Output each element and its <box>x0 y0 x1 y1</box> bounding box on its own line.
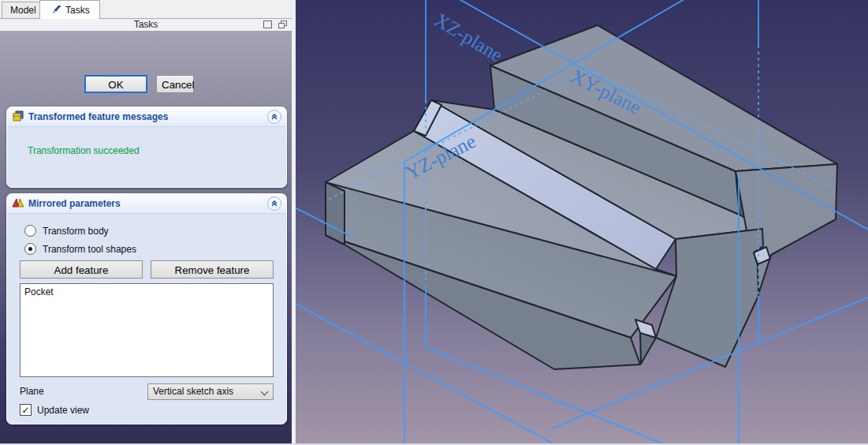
dock-float-icon[interactable] <box>278 21 287 28</box>
tab-tasks-label: Tasks <box>65 2 90 19</box>
radio-circle-icon <box>24 243 36 255</box>
checkbox-checked-icon[interactable]: ✓ <box>20 404 32 416</box>
chevron-down-icon <box>261 388 269 396</box>
cubes-icon <box>12 110 24 125</box>
collapse-chevron-icon[interactable] <box>267 196 281 211</box>
plane-combobox-value: Vertical sketch axis <box>153 386 233 397</box>
dock-title: Tasks <box>0 19 292 31</box>
plane-label: Plane <box>20 386 44 397</box>
radio-transform-tool-shapes-label: Transform tool shapes <box>43 244 136 255</box>
add-feature-button[interactable]: Add feature <box>20 260 143 279</box>
tasks-pen-icon <box>50 5 61 16</box>
cancel-button[interactable]: Cancel <box>156 75 194 93</box>
combo-view-tabbar: Model Tasks <box>0 0 292 19</box>
radio-transform-tool-shapes[interactable]: Transform tool shapes <box>24 243 136 255</box>
ok-button[interactable]: OK <box>84 75 147 93</box>
collapse-chevron-icon[interactable] <box>267 110 281 124</box>
mirrored-parameters-group: Mirrored parameters Transform body Trans… <box>6 193 287 424</box>
3d-scene: XZ-plane XY-plane YZ-plane <box>296 0 868 445</box>
radio-transform-body[interactable]: Transform body <box>24 225 109 237</box>
tab-model[interactable]: Model <box>2 2 41 18</box>
3d-viewport[interactable]: XZ-plane XY-plane YZ-plane <box>296 0 868 445</box>
mirrored-group-title: Mirrored parameters <box>28 198 121 209</box>
radio-transform-body-label: Transform body <box>43 226 109 237</box>
messages-group-title: Transformed feature messages <box>28 111 168 122</box>
messages-group-header[interactable]: Transformed feature messages <box>7 107 286 127</box>
combo-view-panel: Model Tasks Tasks OK Cancel <box>0 0 292 445</box>
feature-list[interactable]: Pocket <box>20 283 274 377</box>
mirrored-icon <box>12 196 24 211</box>
freecad-window: Model Tasks Tasks OK Cancel <box>0 0 868 445</box>
plane-combobox[interactable]: Vertical sketch axis <box>147 383 274 400</box>
dock-restore-icon[interactable] <box>263 21 272 28</box>
update-view-label: Update view <box>37 405 89 416</box>
mirrored-group-header[interactable]: Mirrored parameters <box>7 194 286 214</box>
radio-circle-icon <box>24 225 36 237</box>
transformation-status-message: Transformation succeeded <box>28 145 140 156</box>
left-end-face <box>326 182 345 245</box>
feature-list-item[interactable]: Pocket <box>24 286 269 297</box>
tasks-panel-background: OK Cancel Transformed feature messages <box>0 31 292 445</box>
update-view-checkbox-row[interactable]: ✓ Update view <box>20 404 89 416</box>
transformed-feature-messages-group: Transformed feature messages Transformat… <box>6 107 287 188</box>
remove-feature-button[interactable]: Remove feature <box>151 260 274 279</box>
tab-tasks[interactable]: Tasks <box>39 0 100 19</box>
